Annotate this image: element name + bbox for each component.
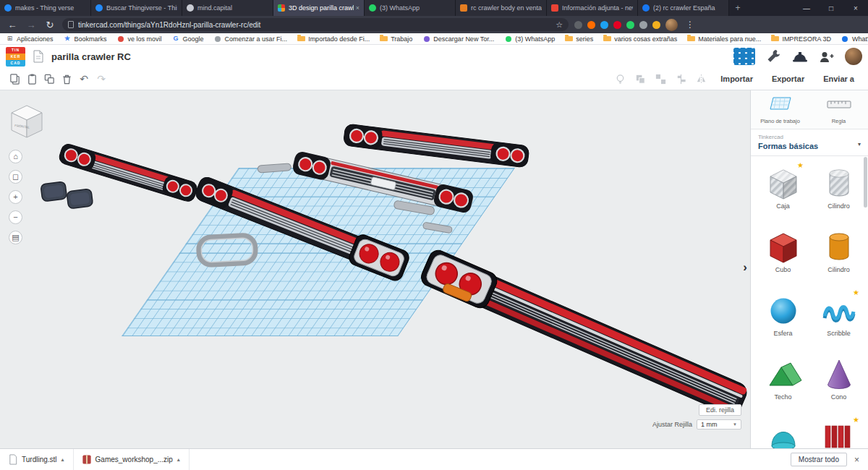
bookmark-item[interactable]: ⊞Aplicaciones <box>6 35 54 43</box>
send-to-button[interactable]: Enviar a <box>815 72 862 86</box>
bookmark-item[interactable]: Descargar New Tor... <box>422 35 494 43</box>
bookmark-item[interactable]: Comenzar a usar Fi... <box>214 35 288 43</box>
bookmark-item[interactable]: Trabajo <box>380 35 412 43</box>
favorite-star-icon[interactable]: ★ <box>853 416 859 424</box>
undo-button[interactable]: ↶ <box>75 73 93 85</box>
close-window-button[interactable]: × <box>843 0 868 16</box>
perspective-button[interactable]: ▤ <box>9 231 22 244</box>
redo-button[interactable]: ↷ <box>93 73 110 85</box>
model-pad[interactable] <box>41 181 67 202</box>
bookmark-item[interactable]: (3) WhatsApp <box>504 35 555 43</box>
download-menu-caret-icon[interactable]: ▴ <box>61 456 64 463</box>
browser-tab-mindcapital[interactable]: mind.capital <box>182 0 273 16</box>
edit-grid-button[interactable]: Edi. rejilla <box>699 404 741 416</box>
address-bar[interactable]: tinkercad.com/things/aYn1RdoHznl-parilla… <box>62 18 569 31</box>
panel-scrollbar[interactable] <box>864 157 867 208</box>
extension-icon[interactable] <box>626 21 634 29</box>
site-info-icon[interactable] <box>68 21 74 28</box>
maximize-button[interactable]: □ <box>819 0 843 16</box>
design-title[interactable]: parilla crawler RC <box>51 51 131 62</box>
bookmark-item[interactable]: Importado desde Fi... <box>297 35 370 43</box>
close-downloads-bar-icon[interactable]: × <box>854 455 859 465</box>
model-strip[interactable] <box>422 222 452 234</box>
import-button[interactable]: Importar <box>712 72 761 86</box>
ungroup-icon[interactable] <box>652 71 669 87</box>
refresh-button[interactable]: ↻ <box>43 20 56 30</box>
tinkercad-logo[interactable]: TIN KER CAD <box>6 47 25 67</box>
home-view-button[interactable]: ⌂ <box>9 150 22 163</box>
shape-item-partial-teal[interactable] <box>755 414 811 448</box>
user-avatar[interactable] <box>845 48 862 65</box>
bookmark-item[interactable]: Materiales para nue... <box>687 35 761 43</box>
align-icon[interactable] <box>672 71 689 87</box>
download-item[interactable]: Games_workshop_...zip ▴ <box>74 449 190 470</box>
bookmark-star-icon[interactable]: ☆ <box>556 20 563 30</box>
extension-icon[interactable] <box>639 21 647 29</box>
tab-close-icon[interactable]: × <box>356 4 359 12</box>
browser-tab-facebook[interactable]: (2) rc crawler España <box>638 0 729 16</box>
model-grille-silver[interactable] <box>292 150 475 214</box>
shape-item-partial-red[interactable]: ★ <box>811 414 867 448</box>
view-cube[interactable]: FRONTAL <box>6 98 48 140</box>
browser-tab-gmail[interactable]: Información adjunta - newt... <box>547 0 638 16</box>
shape-item-cilindro[interactable]: Cilindro <box>811 223 867 286</box>
extension-icon[interactable] <box>652 21 660 29</box>
extension-icon[interactable] <box>600 21 608 29</box>
browser-tab-thingiverse-search[interactable]: Buscar Thingiverse - Thingi... <box>91 0 182 16</box>
invite-person-icon[interactable] <box>819 50 835 64</box>
show-all-downloads-button[interactable]: Mostrar todo <box>791 453 847 466</box>
show-all-lightbulb-icon[interactable] <box>611 71 629 87</box>
shape-item-techo[interactable]: Techo <box>755 350 811 414</box>
shape-item-esfera[interactable]: Esfera <box>755 286 811 350</box>
model-grille-top[interactable] <box>343 124 529 168</box>
bookmark-item[interactable]: GGoogle <box>172 35 204 43</box>
paste-button[interactable] <box>23 71 41 87</box>
download-item[interactable]: Turdling.stl ▴ <box>0 449 74 470</box>
ruler-tool[interactable]: Regla <box>812 95 866 124</box>
favorite-star-icon[interactable]: ★ <box>853 289 859 296</box>
bookmark-item[interactable]: ★Bookmarks <box>64 35 107 43</box>
snap-grid-select[interactable]: 1 mm ▼ <box>697 419 741 430</box>
minimize-button[interactable]: — <box>794 0 819 16</box>
delete-button[interactable] <box>58 71 75 87</box>
extension-icon[interactable] <box>574 21 582 29</box>
browser-tab-tinkercad-active[interactable]: 3D design parilla crawler R... × <box>273 0 365 16</box>
browser-tab-thingiverse-makes[interactable]: makes - Thing verse <box>0 0 91 16</box>
profile-avatar[interactable] <box>665 19 678 31</box>
browser-menu-icon[interactable]: ⋮ <box>683 20 697 30</box>
shape-item-cilindro-hueco[interactable]: Cilindro <box>811 159 867 223</box>
mirror-icon[interactable] <box>692 71 710 87</box>
model-strip[interactable] <box>258 163 292 173</box>
browser-tab-rc-crawler-shop[interactable]: rc crawler body en venta | ... <box>456 0 547 16</box>
group-icon[interactable] <box>631 71 649 87</box>
extension-icon[interactable] <box>613 21 621 29</box>
copy-button[interactable] <box>6 71 23 87</box>
model-ring[interactable] <box>198 235 256 265</box>
fit-view-button[interactable]: ◻ <box>9 170 22 184</box>
shape-item-cono[interactable]: Cono <box>811 350 867 414</box>
new-tab-button[interactable]: + <box>729 0 746 16</box>
zoom-out-button[interactable]: − <box>9 210 22 224</box>
shape-item-caja[interactable]: ★ Caja <box>755 159 811 223</box>
back-button[interactable]: ← <box>6 20 19 30</box>
bookmark-item[interactable]: varios cosas extrañas <box>603 35 677 43</box>
panel-collapse-button[interactable]: › <box>743 260 747 275</box>
export-button[interactable]: Exportar <box>764 72 812 86</box>
model-grille-long[interactable] <box>418 247 750 419</box>
helmet-icon[interactable] <box>791 50 809 64</box>
favorite-star-icon[interactable]: ★ <box>797 161 804 169</box>
bookmark-item[interactable]: series <box>565 35 593 43</box>
model-pad[interactable] <box>67 189 93 209</box>
forward-button[interactable]: → <box>25 20 38 30</box>
bookmark-item[interactable]: IMPRESORA 3D <box>771 35 831 43</box>
tools-wrench-icon[interactable] <box>765 49 781 64</box>
browser-tab-whatsapp[interactable]: (3) WhatsApp <box>365 0 456 16</box>
shapes-menu-button[interactable] <box>733 48 755 65</box>
shape-item-scribble[interactable]: ★ Scribble <box>811 286 867 350</box>
workplane-tool[interactable]: Plano de trabajo <box>754 95 807 124</box>
zoom-in-button[interactable]: + <box>9 190 22 204</box>
document-icon[interactable] <box>33 50 44 63</box>
bookmark-item[interactable]: ve los movil <box>117 35 162 43</box>
url-text[interactable]: tinkercad.com/things/aYn1RdoHznl-parilla… <box>78 21 551 29</box>
shape-item-cubo[interactable]: Cubo <box>755 223 811 286</box>
